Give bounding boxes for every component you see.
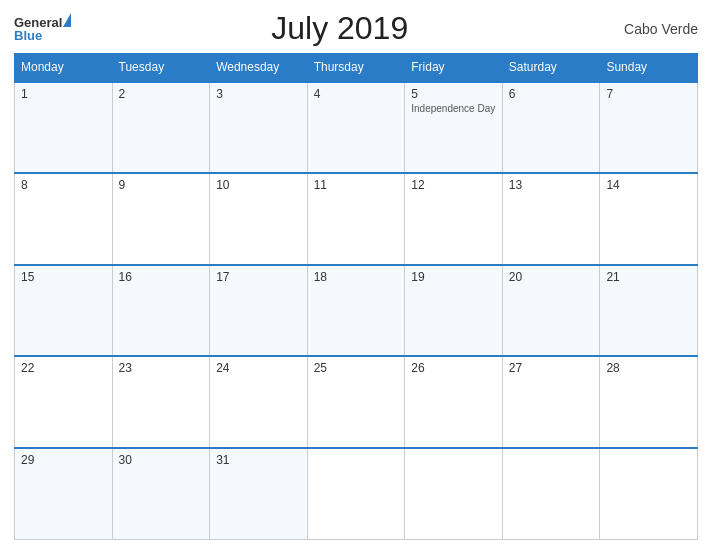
calendar-cell: 8 <box>15 173 113 265</box>
day-number: 14 <box>606 178 691 192</box>
logo-blue-text: Blue <box>14 29 71 42</box>
day-number: 27 <box>509 361 594 375</box>
calendar-cell: 13 <box>502 173 600 265</box>
logo-triangle-icon <box>63 13 71 27</box>
calendar-cell: 16 <box>112 265 210 357</box>
calendar-cell: 27 <box>502 356 600 448</box>
header-wednesday: Wednesday <box>210 54 308 82</box>
day-number: 8 <box>21 178 106 192</box>
logo-general-text: General <box>14 16 62 29</box>
calendar-cell: 17 <box>210 265 308 357</box>
calendar-title: July 2019 <box>71 10 608 47</box>
weekday-header-row: Monday Tuesday Wednesday Thursday Friday… <box>15 54 698 82</box>
header-tuesday: Tuesday <box>112 54 210 82</box>
day-number: 22 <box>21 361 106 375</box>
day-number: 18 <box>314 270 399 284</box>
header-sunday: Sunday <box>600 54 698 82</box>
day-number: 5 <box>411 87 496 101</box>
calendar-cell <box>600 448 698 540</box>
day-number: 4 <box>314 87 399 101</box>
day-number: 31 <box>216 453 301 467</box>
day-number: 29 <box>21 453 106 467</box>
calendar-cell: 4 <box>307 82 405 174</box>
week-row-5: 293031 <box>15 448 698 540</box>
calendar-cell: 26 <box>405 356 503 448</box>
header-monday: Monday <box>15 54 113 82</box>
calendar-cell <box>307 448 405 540</box>
day-number: 17 <box>216 270 301 284</box>
day-number: 23 <box>119 361 204 375</box>
day-number: 25 <box>314 361 399 375</box>
calendar-cell <box>405 448 503 540</box>
week-row-1: 12345Independence Day67 <box>15 82 698 174</box>
page: General Blue July 2019 Cabo Verde Monday… <box>0 0 712 550</box>
day-number: 11 <box>314 178 399 192</box>
calendar-cell: 24 <box>210 356 308 448</box>
calendar-cell: 10 <box>210 173 308 265</box>
day-number: 26 <box>411 361 496 375</box>
day-number: 30 <box>119 453 204 467</box>
calendar-cell: 12 <box>405 173 503 265</box>
calendar-cell: 11 <box>307 173 405 265</box>
day-number: 7 <box>606 87 691 101</box>
header-friday: Friday <box>405 54 503 82</box>
calendar-cell: 29 <box>15 448 113 540</box>
calendar-cell: 19 <box>405 265 503 357</box>
day-number: 2 <box>119 87 204 101</box>
day-number: 3 <box>216 87 301 101</box>
logo: General Blue <box>14 15 71 42</box>
day-number: 6 <box>509 87 594 101</box>
calendar-table: Monday Tuesday Wednesday Thursday Friday… <box>14 53 698 540</box>
calendar-cell: 15 <box>15 265 113 357</box>
week-row-2: 891011121314 <box>15 173 698 265</box>
day-number: 21 <box>606 270 691 284</box>
day-number: 9 <box>119 178 204 192</box>
calendar-cell: 18 <box>307 265 405 357</box>
calendar-cell: 22 <box>15 356 113 448</box>
week-row-4: 22232425262728 <box>15 356 698 448</box>
day-number: 28 <box>606 361 691 375</box>
header: General Blue July 2019 Cabo Verde <box>14 10 698 47</box>
week-row-3: 15161718192021 <box>15 265 698 357</box>
calendar-cell: 20 <box>502 265 600 357</box>
logo-text: General Blue <box>14 15 71 42</box>
calendar-cell: 2 <box>112 82 210 174</box>
day-number: 10 <box>216 178 301 192</box>
calendar-cell: 31 <box>210 448 308 540</box>
calendar-cell: 23 <box>112 356 210 448</box>
day-number: 1 <box>21 87 106 101</box>
calendar-cell <box>502 448 600 540</box>
calendar-cell: 5Independence Day <box>405 82 503 174</box>
calendar-cell: 14 <box>600 173 698 265</box>
country-label: Cabo Verde <box>608 21 698 37</box>
header-saturday: Saturday <box>502 54 600 82</box>
day-number: 16 <box>119 270 204 284</box>
calendar-cell: 7 <box>600 82 698 174</box>
day-number: 12 <box>411 178 496 192</box>
calendar-cell: 6 <box>502 82 600 174</box>
calendar-cell: 21 <box>600 265 698 357</box>
day-number: 15 <box>21 270 106 284</box>
header-thursday: Thursday <box>307 54 405 82</box>
calendar-cell: 9 <box>112 173 210 265</box>
calendar-cell: 1 <box>15 82 113 174</box>
holiday-label: Independence Day <box>411 103 496 114</box>
calendar-cell: 25 <box>307 356 405 448</box>
calendar-cell: 28 <box>600 356 698 448</box>
calendar-cell: 3 <box>210 82 308 174</box>
day-number: 19 <box>411 270 496 284</box>
calendar-cell: 30 <box>112 448 210 540</box>
day-number: 24 <box>216 361 301 375</box>
day-number: 20 <box>509 270 594 284</box>
day-number: 13 <box>509 178 594 192</box>
